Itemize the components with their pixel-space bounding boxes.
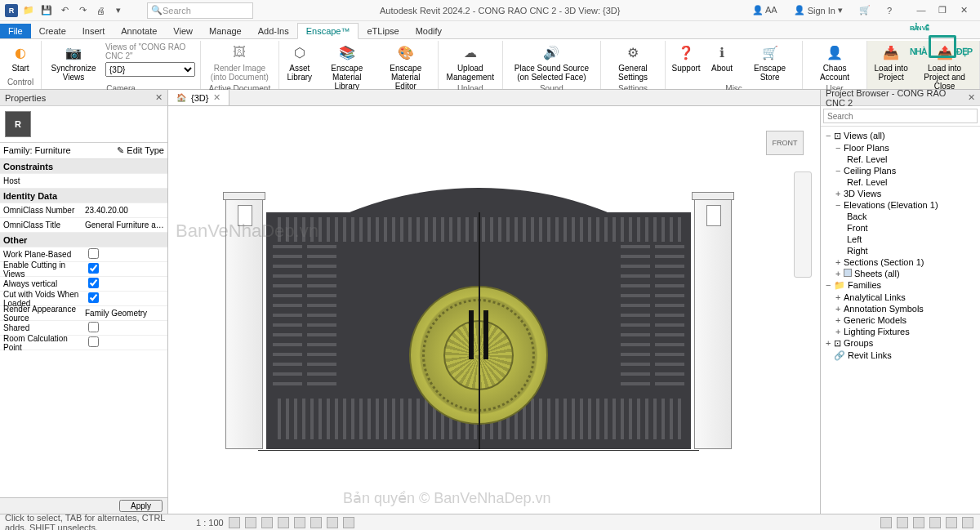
viewcube[interactable]: FRONT: [766, 131, 804, 155]
rcp-checkbox[interactable]: [88, 336, 99, 347]
load-project-button[interactable]: 📥Load into Project: [871, 41, 911, 83]
tab-create[interactable]: Create: [31, 24, 74, 38]
qat-print-icon[interactable]: 🖨: [93, 3, 108, 18]
tab-addins[interactable]: Add-Ins: [250, 24, 297, 38]
upload-mgmt-button[interactable]: ☁Upload Management: [442, 41, 499, 83]
views-combo-label: Views of "CONG RAO CNC 2": [105, 42, 195, 60]
sb-icon-5[interactable]: [946, 517, 957, 528]
scale-label[interactable]: 1 : 100: [196, 518, 224, 528]
reveal-icon[interactable]: [343, 517, 354, 528]
tab-annotate[interactable]: Annotate: [113, 24, 165, 38]
group-constraints[interactable]: Constraints: [0, 159, 167, 174]
crop-region-icon[interactable]: [310, 517, 322, 528]
qat-save-icon[interactable]: 💾: [39, 3, 54, 18]
autodesk-account-icon[interactable]: 👤 AA: [747, 3, 782, 17]
tree-annotation[interactable]: +Annotation Symbols: [822, 303, 978, 314]
group-identity[interactable]: Identity Data: [0, 189, 167, 203]
tree-elev-left[interactable]: Left: [822, 234, 978, 245]
shared-checkbox[interactable]: [88, 322, 99, 332]
sb-filter-icon[interactable]: [962, 517, 973, 528]
qat-more-icon[interactable]: ▾: [111, 3, 126, 18]
pb-close-icon[interactable]: ✕: [968, 92, 975, 103]
tree-groups[interactable]: +⊡ Groups: [822, 337, 978, 350]
qat-undo-icon[interactable]: ↶: [57, 3, 72, 18]
sign-in-button[interactable]: 👤 Sign In ▾: [789, 3, 848, 17]
material-editor-button[interactable]: 🎨Enscape Material Editor: [377, 41, 434, 92]
ras-value[interactable]: Family Geometry: [82, 309, 167, 318]
views-select[interactable]: {3D}: [105, 62, 195, 77]
sb-icon-2[interactable]: [897, 517, 908, 528]
tab-manage[interactable]: Manage: [201, 24, 250, 38]
tree-analytical[interactable]: +Analytical Links: [822, 292, 978, 303]
pb-search-input[interactable]: [823, 109, 978, 123]
app-icon[interactable]: R: [5, 4, 18, 17]
wpb-checkbox[interactable]: [88, 248, 99, 259]
tab-modify[interactable]: Modify: [408, 24, 450, 38]
tree-families[interactable]: −📁 Families: [822, 279, 978, 292]
edit-type-button[interactable]: ✎ Edit Type: [117, 145, 164, 156]
shadows-icon[interactable]: [278, 517, 289, 528]
tree-sheets[interactable]: +Sheets (all): [822, 268, 978, 279]
qat-open-icon[interactable]: 📁: [21, 3, 36, 18]
properties-close-icon[interactable]: ✕: [155, 92, 163, 103]
enscape-store-button[interactable]: 🛒Enscape Store: [741, 41, 799, 83]
detail-level-icon[interactable]: [229, 517, 240, 528]
sb-icon-4[interactable]: [929, 517, 941, 528]
views-combo[interactable]: Views of "CONG RAO CNC 2" {3D}: [104, 41, 197, 78]
tab-enscape[interactable]: Enscape™: [297, 23, 359, 39]
tab-insert[interactable]: Insert: [74, 24, 114, 38]
cart-icon[interactable]: 🛒: [854, 3, 875, 17]
close-button[interactable]: ✕: [954, 5, 973, 16]
hide-icon[interactable]: [327, 517, 338, 528]
tree-views[interactable]: −⊡ Views (all): [822, 130, 978, 142]
tree-3d-views[interactable]: +3D Views: [822, 188, 978, 199]
sun-path-icon[interactable]: [261, 517, 273, 528]
maximize-button[interactable]: ❐: [933, 5, 952, 16]
tree-sections[interactable]: +Sections (Section 1): [822, 256, 978, 268]
place-sound-button[interactable]: 🔊Place Sound Source (on Selected Face): [506, 41, 597, 83]
av-checkbox[interactable]: [88, 278, 99, 288]
tree-revit-links[interactable]: 🔗 Revit Links: [822, 350, 978, 362]
material-library-button[interactable]: 📚Enscape Material Library: [318, 41, 376, 92]
document-tab[interactable]: 🏠 {3D} ✕: [168, 90, 229, 105]
help-icon[interactable]: ?: [882, 4, 897, 17]
start-button[interactable]: ◐Start: [3, 41, 38, 74]
group-label-control: Control: [3, 77, 38, 87]
tree-ref-level-2[interactable]: Ref. Level: [822, 176, 978, 188]
asset-library-button[interactable]: ⬡Asset Library: [283, 41, 317, 83]
tab-close-icon[interactable]: ✕: [213, 92, 220, 103]
about-button[interactable]: ℹAbout: [705, 41, 739, 74]
cvwl-checkbox[interactable]: [88, 292, 99, 303]
omniclass-number-value[interactable]: 23.40.20.00: [82, 206, 167, 215]
visual-style-icon[interactable]: [245, 517, 256, 528]
tree-ceiling-plans[interactable]: −Ceiling Plans: [822, 165, 978, 176]
tab-file[interactable]: File: [0, 24, 31, 38]
omniclass-title-value[interactable]: General Furniture and Speci...: [82, 220, 167, 229]
tree-elevations[interactable]: −Elevations (Elevation 1): [822, 199, 978, 211]
tree-floor-plans[interactable]: −Floor Plans: [822, 142, 978, 154]
general-settings-button[interactable]: ⚙General Settings: [604, 41, 662, 83]
tree-elev-front[interactable]: Front: [822, 222, 978, 234]
tree-generic[interactable]: +Generic Models: [822, 314, 978, 326]
crop-icon[interactable]: [294, 517, 305, 528]
support-button[interactable]: ❓Support: [669, 41, 703, 74]
minimize-button[interactable]: —: [911, 5, 931, 16]
navigation-bar[interactable]: [794, 171, 812, 278]
apply-button[interactable]: Apply: [119, 500, 163, 512]
viewport[interactable]: FRONT: [168, 106, 820, 514]
ecv-checkbox[interactable]: [88, 263, 99, 274]
sync-views-button[interactable]: 📷Synchronize Views: [45, 41, 102, 83]
tree-lighting[interactable]: +Lighting Fixtures: [822, 326, 978, 337]
tree-elev-back[interactable]: Back: [822, 211, 978, 222]
qat-redo-icon[interactable]: ↷: [75, 3, 90, 18]
prop-host-label: Host: [0, 176, 82, 185]
search-box[interactable]: 🔍 Search: [147, 2, 253, 19]
sb-icon-3[interactable]: [913, 517, 924, 528]
sb-icon-1[interactable]: [880, 517, 892, 528]
tab-etlipse[interactable]: eTLipse: [359, 24, 407, 38]
tree-elev-right[interactable]: Right: [822, 245, 978, 256]
tree-ref-level-1[interactable]: Ref. Level: [822, 154, 978, 165]
chaos-account-button[interactable]: 👤Chaos Account: [806, 41, 863, 83]
group-other[interactable]: Other: [0, 233, 167, 247]
tab-view[interactable]: View: [165, 24, 201, 38]
